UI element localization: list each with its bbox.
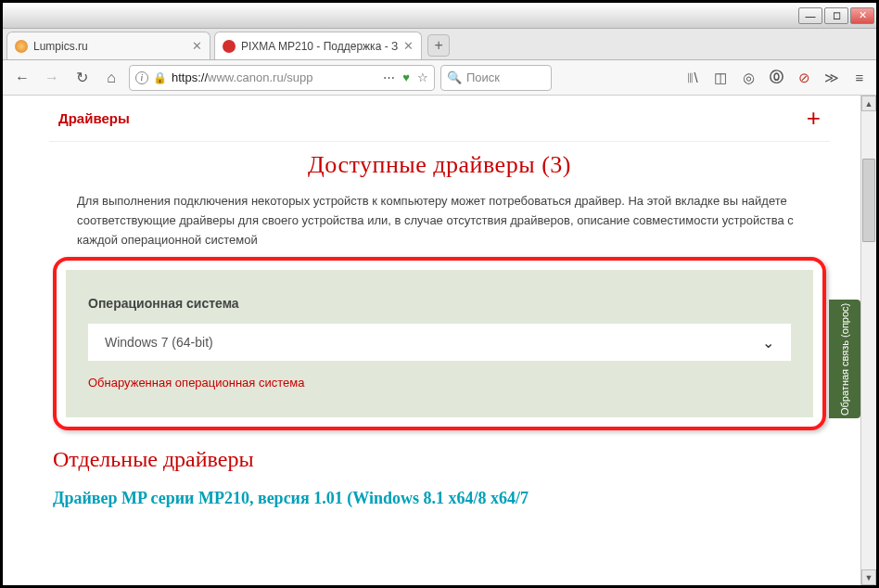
- reload-button[interactable]: ↻: [70, 66, 94, 90]
- drivers-accordion-header[interactable]: Драйверы +: [49, 96, 830, 142]
- library-icon[interactable]: ⫴\: [683, 69, 702, 87]
- os-selection-highlight: Операционная система Windows 7 (64-bit) …: [53, 257, 826, 430]
- url-text: https://www.canon.ru/supp: [172, 70, 378, 84]
- drivers-tab-label: Драйверы: [58, 110, 130, 126]
- search-icon: 🔍: [447, 70, 462, 84]
- ext-icon-1[interactable]: ◎: [739, 69, 758, 87]
- search-input[interactable]: 🔍 Поиск: [440, 65, 552, 91]
- feedback-tab[interactable]: Обратная связь (опрос): [829, 300, 860, 418]
- info-icon[interactable]: i: [135, 71, 148, 84]
- tab-lumpics[interactable]: Lumpics.ru ✕: [6, 32, 210, 59]
- expand-plus-icon[interactable]: +: [807, 104, 821, 133]
- os-selected-value: Windows 7 (64-bit): [105, 335, 213, 350]
- minimize-button[interactable]: —: [798, 7, 822, 24]
- tab-title: PIXMA MP210 - Поддержка - З: [241, 40, 398, 53]
- driver-download-link[interactable]: Драйвер MP серии MP210, версия 1.01 (Win…: [53, 489, 830, 508]
- overflow-menu-icon[interactable]: ≫: [822, 69, 841, 87]
- tab-canon[interactable]: PIXMA MP210 - Поддержка - З ✕: [214, 32, 422, 59]
- ext-icon-2[interactable]: ⓪: [767, 69, 785, 87]
- more-icon[interactable]: ⋯: [383, 70, 395, 84]
- os-label: Операционная система: [88, 296, 791, 311]
- favicon-icon: [223, 40, 236, 53]
- shield-icon[interactable]: ♥: [402, 70, 410, 84]
- favicon-icon: [15, 40, 28, 53]
- url-input[interactable]: i 🔒 https://www.canon.ru/supp ⋯ ♥ ☆: [129, 65, 435, 91]
- close-window-button[interactable]: ✕: [850, 7, 874, 24]
- os-dropdown[interactable]: Windows 7 (64-bit) ⌄: [88, 324, 791, 361]
- tab-title: Lumpics.ru: [33, 40, 186, 53]
- maximize-button[interactable]: ◻: [824, 7, 848, 24]
- close-tab-icon[interactable]: ✕: [192, 39, 202, 53]
- forward-button[interactable]: →: [40, 66, 64, 90]
- window-titlebar: — ◻ ✕: [3, 3, 876, 29]
- os-selection-panel: Операционная система Windows 7 (64-bit) …: [66, 270, 813, 417]
- hamburger-menu-icon[interactable]: ≡: [850, 69, 869, 87]
- close-tab-icon[interactable]: ✕: [403, 39, 414, 53]
- scroll-down-button[interactable]: ▼: [861, 569, 876, 585]
- sidebar-icon[interactable]: ◫: [711, 69, 730, 87]
- available-drivers-title: Доступные драйверы (3): [49, 151, 830, 179]
- ext-icon-blocked[interactable]: ⊘: [795, 69, 813, 87]
- address-bar: ← → ↻ ⌂ i 🔒 https://www.canon.ru/supp ⋯ …: [3, 60, 876, 96]
- separate-drivers-title: Отдельные драйверы: [53, 447, 830, 472]
- back-button[interactable]: ←: [10, 66, 34, 90]
- home-button[interactable]: ⌂: [99, 66, 123, 90]
- vertical-scrollbar[interactable]: ▲ ▼: [860, 96, 876, 585]
- detected-os-text: Обнаруженная операционная система: [88, 376, 791, 390]
- bookmark-icon[interactable]: ☆: [417, 70, 428, 84]
- chevron-down-icon: ⌄: [762, 334, 774, 352]
- lock-icon: 🔒: [153, 71, 167, 84]
- page-content: Драйверы + Доступные драйверы (3) Для вы…: [3, 96, 876, 508]
- drivers-description: Для выполнения подключения некоторых уст…: [49, 192, 830, 249]
- search-placeholder: Поиск: [466, 70, 500, 84]
- scroll-up-button[interactable]: ▲: [861, 96, 876, 111]
- new-tab-button[interactable]: +: [427, 34, 450, 57]
- browser-tab-bar: Lumpics.ru ✕ PIXMA MP210 - Поддержка - З…: [3, 29, 876, 60]
- scroll-thumb[interactable]: [862, 159, 875, 242]
